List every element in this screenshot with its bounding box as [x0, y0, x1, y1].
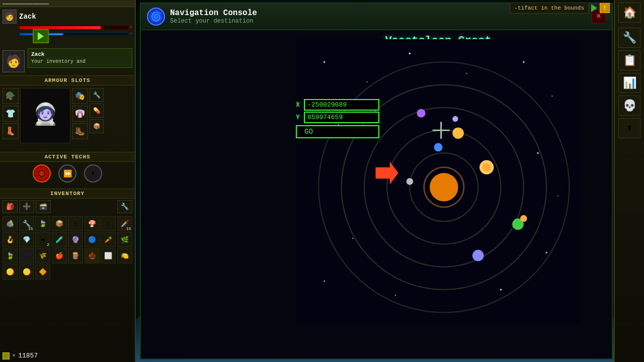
inv-slot-9[interactable]: 💎: [19, 232, 34, 247]
svg-point-10: [545, 252, 547, 253]
svg-point-29: [520, 215, 527, 222]
currency-bar: × 11857: [3, 352, 38, 359]
inv-slot-22[interactable]: ⬜: [101, 248, 116, 263]
play-button[interactable]: [33, 29, 49, 43]
armour-slot-6[interactable]: 🥾: [72, 123, 88, 139]
svg-point-25: [407, 178, 414, 185]
armour-slot-2[interactable]: 👕: [3, 106, 19, 122]
inv-slot-12[interactable]: 🔮: [68, 232, 83, 247]
svg-point-2: [366, 81, 367, 82]
energy-icon: ⚡: [130, 31, 132, 37]
player-name-row: 🧑 Zack: [3, 10, 132, 24]
play-icon: [38, 32, 44, 40]
hp-bar-container: ♥: [3, 25, 132, 30]
techs-area: ⬡ ⏩ ⬆: [0, 162, 135, 185]
svg-point-30: [472, 250, 484, 261]
inventory-toolbar: 🎒 ➕ 🗃️ 🔧: [0, 199, 135, 215]
inv-chest-btn[interactable]: 🗃️: [36, 200, 51, 213]
notification-warning-button[interactable]: !: [600, 3, 610, 13]
techs-section: ACTIVE TECHS ⬡ ⏩ ⬆: [0, 152, 135, 185]
inv-slot-7[interactable]: 🗡️15: [117, 216, 132, 231]
armour-slot-5[interactable]: 👘: [72, 106, 88, 122]
inv-slot-0[interactable]: 🪨: [3, 216, 18, 231]
inv-slot-15[interactable]: 🌿: [117, 232, 132, 247]
inv-slot-24[interactable]: 🟡: [3, 264, 18, 280]
inv-slot-20[interactable]: 🪵: [68, 248, 83, 263]
inv-slot-2[interactable]: 🍃: [35, 216, 50, 231]
currency-amount: 11857: [18, 352, 38, 359]
armour-slot-1[interactable]: 🪖: [3, 88, 19, 104]
extra-slot-2[interactable]: 💊: [90, 104, 104, 118]
coordinate-panel: X Y GO: [296, 99, 379, 138]
svg-point-27: [482, 163, 491, 171]
svg-point-1: [324, 61, 325, 63]
coord-y-input[interactable]: [304, 112, 379, 123]
inv-slot-10[interactable]: ❤️2: [35, 232, 50, 247]
inv-slot-18[interactable]: 🌾: [35, 248, 50, 263]
right-btn-home[interactable]: 🏠: [618, 3, 640, 23]
inv-slot-6[interactable]: ⚔️: [101, 216, 116, 231]
inv-slot-14[interactable]: 🥕: [101, 232, 116, 247]
inv-slot-11[interactable]: 🧪: [52, 232, 67, 247]
coord-x-input[interactable]: [304, 99, 379, 111]
inv-slot-17[interactable]: [19, 248, 34, 263]
inventory-section: INVENTORY 🎒 ➕ 🗃️ 🔧 🪨 🔧15 🍃 📦 ⚡ 🍄 ⚔️ 🗡️15…: [0, 189, 135, 281]
inventory-grid: 🪨 🔧15 🍃 📦 ⚡ 🍄 ⚔️ 🗡️15 🪝 💎 ❤️2 🧪 🔮 🔵 🥕 🌿 …: [0, 215, 135, 281]
armour-col-right: 🎭 👘 🥾: [72, 88, 88, 139]
player-portrait: 🧑: [3, 50, 25, 72]
inv-slot-21[interactable]: 🌰: [85, 248, 100, 263]
currency-icon: [3, 352, 10, 359]
star-map[interactable]: [296, 32, 581, 331]
tech-slot-2[interactable]: ⏩: [58, 164, 76, 183]
extra-slot-3[interactable]: 📦: [90, 119, 104, 133]
go-button[interactable]: GO: [296, 125, 379, 138]
svg-point-11: [352, 238, 353, 239]
svg-point-20: [430, 173, 458, 202]
svg-point-3: [409, 53, 411, 54]
right-btn-skull[interactable]: 💀: [618, 96, 640, 116]
svg-point-13: [395, 295, 396, 296]
extra-slot-1[interactable]: 🔧: [90, 88, 104, 102]
svg-point-23: [452, 127, 464, 139]
svg-point-14: [500, 289, 502, 290]
armour-slot-4[interactable]: 🎭: [72, 88, 88, 104]
inv-slot-23[interactable]: 🍋: [117, 248, 132, 263]
nav-icon: 🌀: [147, 8, 165, 26]
inv-slot-1[interactable]: 🔧15: [19, 216, 34, 231]
tech-slot-3[interactable]: ⬆: [84, 164, 102, 183]
character-display: 🧑‍🚀: [20, 88, 70, 143]
right-btn-wrench[interactable]: 🔧: [618, 28, 640, 48]
inv-slot-8[interactable]: 🪝: [3, 232, 18, 247]
inv-slot-26[interactable]: 🔶: [35, 264, 50, 280]
chat-player-name: Zack: [31, 51, 129, 58]
inv-slot-16[interactable]: 🍃: [3, 248, 18, 263]
techs-header: ACTIVE TECHS: [0, 152, 135, 162]
inv-slot-19[interactable]: 🍎: [52, 248, 67, 263]
armour-slot-3[interactable]: 👢: [3, 123, 19, 139]
armour-col-left: 🪖 👕 👢: [3, 88, 19, 139]
right-btn-stats[interactable]: 📊: [618, 73, 640, 93]
tech-slot-1[interactable]: ⬡: [33, 164, 51, 183]
coord-x-row: X: [296, 99, 379, 111]
armour-col-extra: 🔧 💊 📦: [90, 88, 104, 133]
inv-wrench-btn[interactable]: 🔧: [117, 200, 132, 213]
right-panel: 🏠 🔧 📋 📊 💀 ⬆️: [614, 0, 644, 362]
inv-slot-25[interactable]: 🟡: [19, 264, 34, 280]
navigation-console: 🌀 Navigation Console Select your destina…: [140, 3, 613, 359]
svg-point-8: [537, 152, 538, 154]
chat-text: Your inventory and: [31, 58, 129, 65]
svg-point-6: [551, 96, 552, 97]
right-btn-up[interactable]: ⬆️: [618, 118, 640, 138]
chat-bubble: Zack Your inventory and: [28, 48, 132, 68]
inv-slot-13[interactable]: 🔵: [85, 232, 100, 247]
inv-add-btn[interactable]: ➕: [19, 200, 34, 213]
right-btn-book[interactable]: 📋: [618, 50, 640, 70]
inv-slot-4[interactable]: ⚡: [68, 216, 83, 231]
notification-text: -tifact in the bounds: [510, 3, 589, 14]
inv-slot-3[interactable]: 📦: [52, 216, 67, 231]
notification-arrow-button[interactable]: [591, 4, 597, 12]
inv-slot-5[interactable]: 🍄: [85, 216, 100, 231]
inv-bag-btn[interactable]: 🎒: [3, 200, 18, 213]
player-avatar: 🧑: [3, 10, 17, 24]
top-bar: ▬▬▬▬▬▬▬▬▬▬▬▬▬▬▬▬▬: [0, 0, 135, 7]
